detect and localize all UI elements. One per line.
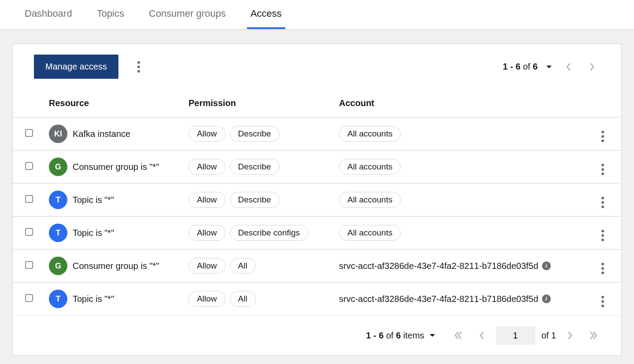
- account-chip: All accounts: [339, 192, 401, 208]
- pagination-prev[interactable]: [560, 60, 576, 74]
- permission-chip: All: [230, 258, 256, 274]
- page-range: 1 - 6: [503, 62, 520, 71]
- resource-label: Topic is "*": [73, 195, 114, 205]
- manage-access-button[interactable]: Manage access: [34, 55, 118, 79]
- row-checkbox[interactable]: [25, 261, 33, 269]
- page-prev[interactable]: [474, 329, 490, 342]
- resource-label: Consumer group is "*": [73, 162, 159, 172]
- permission-chip: Allow: [188, 159, 225, 175]
- resource-type-icon: T: [49, 224, 67, 242]
- row-actions-kebab[interactable]: [597, 229, 609, 242]
- info-icon[interactable]: i: [542, 261, 551, 270]
- resource-label: Consumer group is "*": [73, 261, 159, 271]
- row-checkbox[interactable]: [25, 228, 33, 236]
- resource-type-icon: T: [49, 191, 67, 209]
- table-row: TTopic is "*"AllowDescribeAll accounts: [13, 184, 621, 217]
- tab-consumer-groups[interactable]: Consumer groups: [145, 0, 229, 29]
- row-checkbox[interactable]: [25, 162, 33, 170]
- resource-type-icon: G: [49, 257, 67, 275]
- info-icon[interactable]: i: [542, 294, 551, 303]
- row-actions-kebab[interactable]: [597, 130, 609, 143]
- page-next[interactable]: [562, 329, 578, 342]
- account-text: srvc-acct-af3286de-43e7-4fa2-8211-b7186d…: [339, 294, 538, 304]
- row-checkbox[interactable]: [25, 294, 33, 302]
- row-checkbox[interactable]: [25, 195, 33, 203]
- resource-label: Kafka instance: [73, 129, 130, 139]
- resource-label: Topic is "*": [73, 294, 114, 304]
- pagination-dropdown[interactable]: [546, 63, 553, 70]
- items-per-page-dropdown[interactable]: [429, 332, 436, 339]
- resource-type-icon: T: [49, 290, 67, 308]
- tab-dashboard[interactable]: Dashboard: [21, 0, 76, 29]
- pagination-bottom: 1 - 6 of 6 items of 1: [13, 315, 621, 355]
- table-row: GConsumer group is "*"AllowDescribeAll a…: [13, 151, 621, 184]
- permission-chip: Describe configs: [230, 225, 308, 241]
- tabs-bar: Dashboard Topics Consumer groups Access: [0, 0, 634, 29]
- permission-chip: Describe: [230, 126, 280, 142]
- row-actions-kebab[interactable]: [597, 196, 609, 209]
- resource-type-icon: KI: [49, 125, 67, 143]
- account-chip: All accounts: [339, 126, 401, 142]
- row-actions-kebab[interactable]: [597, 295, 609, 308]
- permission-chip: Allow: [188, 225, 225, 241]
- resource-label: Topic is "*": [73, 228, 114, 238]
- permission-chip: Allow: [188, 258, 225, 274]
- account-chip: All accounts: [339, 159, 401, 175]
- permission-chip: All: [230, 291, 256, 307]
- table-row: TTopic is "*"AllowAllsrvc-acct-af3286de-…: [13, 283, 621, 316]
- permission-chip: Allow: [188, 192, 225, 208]
- row-actions-kebab[interactable]: [597, 262, 609, 275]
- table-row: GConsumer group is "*"AllowAllsrvc-acct-…: [13, 250, 621, 283]
- account-chip: All accounts: [339, 225, 401, 241]
- toolbar-kebab[interactable]: [133, 61, 145, 73]
- page-number-input[interactable]: [496, 326, 535, 345]
- toolbar: Manage access 1 - 6 of 6: [13, 44, 621, 89]
- row-actions-kebab[interactable]: [597, 163, 609, 176]
- permission-chip: Describe: [230, 159, 280, 175]
- permission-chip: Allow: [188, 291, 225, 307]
- col-account: Account: [334, 89, 590, 118]
- page-last[interactable]: [584, 329, 604, 342]
- page-first[interactable]: [448, 329, 468, 342]
- pagination-next[interactable]: [584, 60, 600, 74]
- permission-chip: Describe: [230, 192, 280, 208]
- tab-topics[interactable]: Topics: [93, 0, 128, 29]
- col-permission: Permission: [183, 89, 334, 118]
- resource-type-icon: G: [49, 158, 67, 176]
- access-panel: Manage access 1 - 6 of 6: [12, 44, 622, 356]
- col-resource: Resource: [44, 89, 183, 118]
- pagination-top: 1 - 6 of 6: [503, 60, 600, 74]
- row-checkbox[interactable]: [25, 129, 33, 137]
- table-row: KIKafka instanceAllowDescribeAll account…: [13, 118, 621, 151]
- permission-chip: Allow: [188, 126, 225, 142]
- tab-access[interactable]: Access: [247, 0, 285, 29]
- account-text: srvc-acct-af3286de-43e7-4fa2-8211-b7186d…: [339, 261, 538, 271]
- access-table: Resource Permission Account KIKafka inst…: [13, 89, 621, 315]
- table-row: TTopic is "*"AllowDescribe configsAll ac…: [13, 217, 621, 250]
